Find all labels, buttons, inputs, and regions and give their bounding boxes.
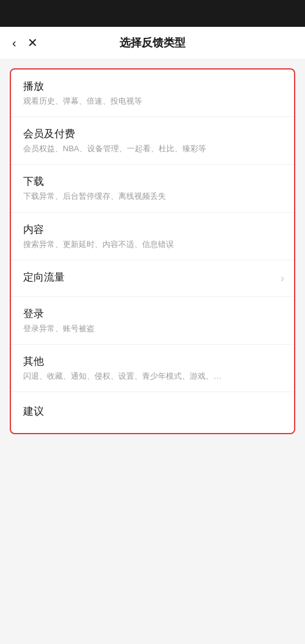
list-item-playback[interactable]: 播放观看历史、弹幕、倍速、投电视等: [11, 70, 294, 117]
list-item-download[interactable]: 下载下载异常、后台暂停缓存、离线视频丢失: [11, 165, 294, 212]
item-subtitle-membership: 会员权益、NBA、设备管理、一起看、杜比、臻彩等: [23, 143, 282, 154]
item-subtitle-other: 闪退、收藏、通知、侵权、设置、青少年模式、游戏、…: [23, 371, 282, 382]
item-subtitle-content: 搜索异常、更新延时、内容不适、信息错误: [23, 239, 282, 250]
header: ‹ ✕ 选择反馈类型: [0, 27, 305, 59]
close-button[interactable]: ✕: [27, 37, 38, 49]
item-title-other: 其他: [23, 354, 282, 368]
list-item-content[interactable]: 内容搜索异常、更新延时、内容不适、信息错误: [11, 213, 294, 260]
chevron-right-icon: ›: [281, 272, 284, 285]
item-title-login: 登录: [23, 307, 282, 321]
page-title: 选择反馈类型: [120, 35, 185, 50]
status-bar: [0, 0, 305, 27]
list-item-membership[interactable]: 会员及付费会员权益、NBA、设备管理、一起看、杜比、臻彩等: [11, 117, 294, 165]
item-title-download: 下载: [23, 174, 282, 188]
list-item-other[interactable]: 其他闪退、收藏、通知、侵权、设置、青少年模式、游戏、…: [11, 345, 294, 392]
item-title-content: 内容: [23, 223, 282, 237]
list-item-login[interactable]: 登录登录异常、账号被盗: [11, 297, 294, 345]
list-item-suggestion[interactable]: 建议: [11, 392, 294, 433]
item-title-traffic: 定向流量: [23, 270, 282, 284]
item-subtitle-download: 下载异常、后台暂停缓存、离线视频丢失: [23, 191, 282, 202]
header-left-controls: ‹ ✕: [12, 37, 38, 49]
list-item-traffic[interactable]: 定向流量›: [11, 260, 294, 297]
main-content: 播放观看历史、弹幕、倍速、投电视等会员及付费会员权益、NBA、设备管理、一起看、…: [0, 59, 305, 644]
item-subtitle-playback: 观看历史、弹幕、倍速、投电视等: [23, 96, 282, 107]
back-button[interactable]: ‹: [12, 37, 16, 49]
item-title-membership: 会员及付费: [23, 127, 282, 141]
item-subtitle-login: 登录异常、账号被盗: [23, 323, 282, 334]
feedback-card: 播放观看历史、弹幕、倍速、投电视等会员及付费会员权益、NBA、设备管理、一起看、…: [10, 68, 295, 434]
item-title-suggestion: 建议: [23, 404, 282, 418]
item-title-playback: 播放: [23, 79, 282, 93]
